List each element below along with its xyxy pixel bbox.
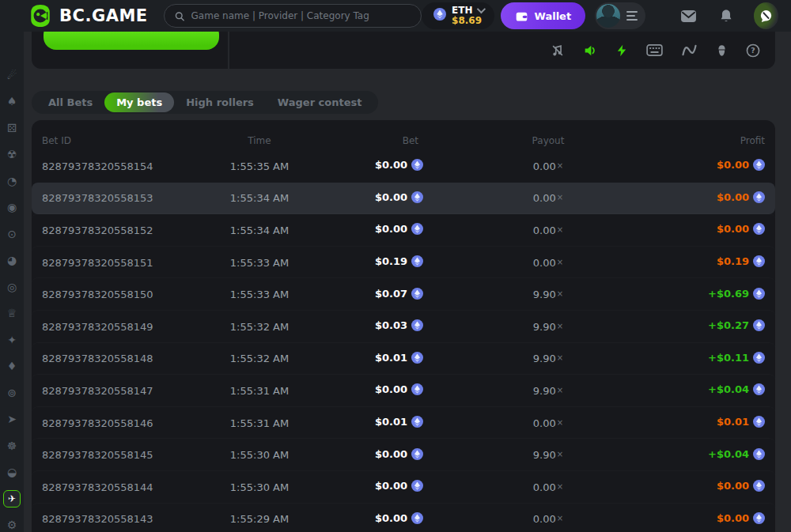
bet-profit: +$0.04 — [659, 383, 765, 398]
eth-coin-icon — [411, 352, 423, 366]
eth-coin-icon — [411, 448, 423, 462]
bet-amount: $0.01 — [319, 352, 437, 366]
eth-coin-icon — [411, 383, 423, 398]
tab-my-bets[interactable]: My bets — [104, 92, 174, 112]
top-navbar: BC.GAME ETH $8.69 Wallet — [0, 0, 791, 32]
sidebar-item-egg[interactable]: ◕ — [0, 247, 24, 274]
bet-row[interactable]: 828793783205581491:55:32 AM$0.039.90×+$0… — [32, 311, 775, 343]
bet-amount: $0.03 — [319, 319, 437, 334]
sidebar-item-slots[interactable]: ⚙ — [0, 512, 24, 532]
trends-icon[interactable] — [681, 44, 698, 56]
keyboard-icon[interactable] — [646, 44, 663, 56]
eth-coin-icon — [753, 255, 765, 270]
bet-id: 82879378320558154 — [42, 160, 200, 172]
bet-amount: $0.07 — [319, 288, 437, 302]
sidebar-item-samurai[interactable]: ♕ — [0, 300, 24, 327]
music-off-icon[interactable] — [551, 43, 565, 58]
bet-row[interactable]: 828793783205581431:55:29 AM$0.000.00×$0.… — [32, 504, 775, 532]
sidebar-item-keno[interactable]: ⊚ — [0, 379, 24, 406]
search-input[interactable] — [191, 10, 412, 21]
seeds-icon[interactable] — [716, 43, 728, 58]
crash-classic-icon: ☄ — [7, 69, 17, 81]
sidebar-item-coinflip[interactable]: ◎ — [0, 274, 24, 300]
bet-time: 1:55:32 AM — [200, 321, 319, 333]
sidebar-item-dice[interactable]: ⚄ — [0, 115, 24, 141]
multiplier-suffix: × — [557, 193, 563, 202]
keno-icon: ⊚ — [7, 387, 17, 399]
bet-row[interactable]: 828793783205581541:55:35 AM$0.000.00×$0.… — [32, 150, 775, 183]
bet-payout: 0.00× — [437, 513, 659, 525]
eth-coin-icon — [433, 8, 446, 24]
bet-row[interactable]: 828793783205581471:55:31 AM$0.009.90×+$0… — [32, 375, 775, 407]
eth-coin-icon — [411, 319, 423, 334]
tab-high-rollers[interactable]: High rollers — [174, 92, 266, 112]
bet-profit: $0.00 — [659, 223, 765, 237]
bet-amount: $0.00 — [319, 159, 437, 173]
tab-wager-contest[interactable]: Wager contest — [266, 92, 374, 112]
bet-row[interactable]: 828793783205581501:55:33 AM$0.079.90×+$0… — [32, 278, 775, 311]
multiplier-suffix: × — [557, 482, 563, 491]
sidebar-item-crash-classic[interactable]: ☄ — [0, 62, 24, 89]
notifications-button[interactable] — [719, 9, 733, 24]
bet-profit: $0.00 — [659, 159, 765, 173]
bet-amount: $0.00 — [319, 383, 437, 398]
bet-row[interactable]: 828793783205581511:55:33 AM$0.190.00×$0.… — [32, 247, 775, 279]
game-toolbar: ? — [229, 32, 775, 69]
coinflip-icon: ◎ — [7, 281, 17, 293]
sidebar-item-crash-rocket[interactable]: ✈ — [0, 485, 24, 512]
bet-row[interactable]: 828793783205581461:55:31 AM$0.010.00×$0.… — [32, 407, 775, 440]
cards-icon: ♠ — [7, 95, 17, 108]
sidebar-item-wheel[interactable]: ☸ — [0, 432, 24, 459]
eth-coin-icon — [753, 319, 765, 334]
help-icon[interactable]: ? — [746, 43, 760, 58]
bet-row[interactable]: 828793783205581451:55:30 AM$0.009.90×+$0… — [32, 439, 775, 471]
sidebar-item-mines[interactable]: ☢ — [0, 141, 24, 168]
sidebar-item-ufo[interactable]: ◒ — [0, 459, 24, 486]
sidebar-item-roulette[interactable]: ⊙ — [0, 221, 24, 247]
chat-button[interactable] — [754, 2, 778, 29]
main-content: ? All BetsMy betsHigh rollersWager conte… — [24, 32, 791, 532]
bet-button[interactable] — [44, 32, 219, 50]
eth-coin-icon — [753, 448, 765, 462]
bet-amount: $0.00 — [319, 480, 437, 494]
bet-row[interactable]: 828793783205581521:55:34 AM$0.000.00×$0.… — [32, 214, 775, 247]
bet-id: 82879378320558153 — [42, 192, 200, 204]
bet-amount: $0.00 — [319, 223, 437, 237]
currency-selector[interactable]: ETH $8.69 — [422, 2, 494, 29]
svg-text:?: ? — [751, 46, 755, 55]
bet-row[interactable]: 828793783205581481:55:32 AM$0.019.90×+$0… — [32, 343, 775, 375]
bet-time: 1:55:30 AM — [200, 481, 319, 493]
bcgame-logo[interactable]: BC.GAME — [28, 4, 148, 28]
bet-payout: 9.90× — [437, 321, 659, 333]
sound-icon[interactable] — [583, 43, 597, 58]
wallet-label: Wallet — [535, 10, 572, 22]
bet-time: 1:55:29 AM — [200, 513, 319, 525]
bet-row[interactable]: 828793783205581441:55:30 AM$0.000.00×$0.… — [32, 471, 775, 504]
bet-profit: $0.01 — [659, 416, 765, 430]
sidebar-item-torpedo[interactable]: ➤ — [0, 406, 24, 433]
bet-id: 82879378320558148 — [42, 353, 200, 364]
messages-button[interactable] — [680, 9, 697, 23]
chat-icon — [759, 9, 774, 24]
tab-all-bets[interactable]: All Bets — [36, 92, 104, 112]
bet-id: 82879378320558151 — [42, 257, 200, 269]
col-profit: Profit — [659, 135, 765, 146]
sidebar-item-video-poker[interactable]: ♦ — [0, 353, 24, 380]
eth-coin-icon — [753, 352, 765, 366]
eth-coin-icon — [411, 223, 423, 237]
avatar[interactable] — [596, 4, 620, 28]
sidebar-item-bomb[interactable]: ✦ — [0, 326, 24, 353]
crash-rocket-icon: ✈ — [3, 490, 21, 507]
wallet-button[interactable]: Wallet — [501, 2, 586, 29]
profile-menu[interactable] — [595, 2, 645, 29]
bet-time: 1:55:31 AM — [200, 385, 319, 397]
sidebar-item-plinko[interactable]: ◉ — [0, 194, 24, 221]
sidebar-item-cards[interactable]: ♠ — [0, 89, 24, 115]
sidebar-item-limbo[interactable]: ◔ — [0, 168, 24, 194]
wheel-icon: ☸ — [7, 440, 17, 452]
turbo-icon[interactable] — [615, 43, 628, 58]
multiplier-suffix: × — [557, 450, 563, 458]
bet-row[interactable]: 828793783205581531:55:34 AM$0.000.00×$0.… — [32, 183, 775, 215]
game-search[interactable] — [164, 4, 422, 28]
multiplier-suffix: × — [557, 161, 563, 170]
